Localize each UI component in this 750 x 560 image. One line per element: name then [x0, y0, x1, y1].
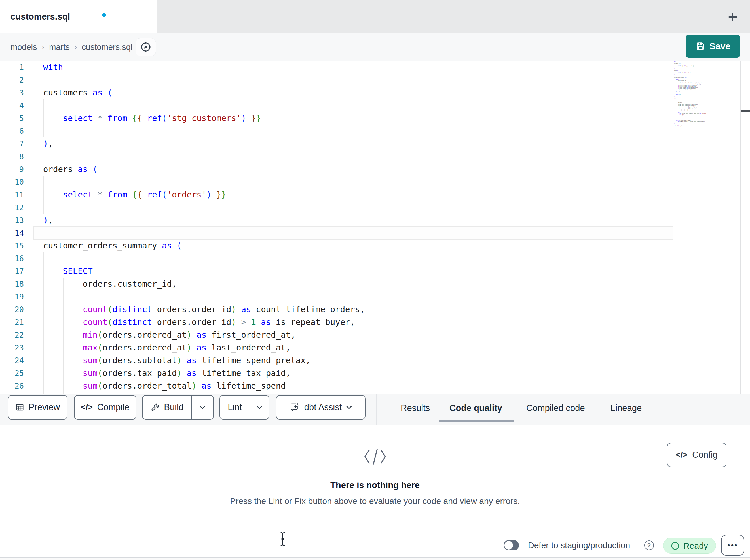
preview-button[interactable]: Preview: [8, 395, 67, 419]
lint-label: Lint: [228, 402, 242, 412]
code-line-20[interactable]: count(distinct orders.order_id) as count…: [43, 303, 404, 316]
explore-lineage-button[interactable]: [136, 38, 156, 56]
status-bar: Defer to staging/production ? Ready •••: [0, 532, 750, 557]
line-number-2: 2: [0, 74, 24, 86]
code-brackets-icon: </>: [676, 451, 688, 459]
tab-lineage[interactable]: Lineage: [611, 394, 642, 422]
code-line-18[interactable]: orders.customer_id,: [43, 277, 404, 290]
line-number-4: 4: [0, 99, 24, 112]
dbt-assist-button[interactable]: dbt Assist: [276, 395, 366, 419]
plus-icon: +: [728, 7, 737, 26]
help-icon[interactable]: ?: [644, 540, 654, 550]
code-line-4[interactable]: [43, 99, 404, 112]
code-line-1[interactable]: with: [43, 61, 404, 74]
code-content[interactable]: with customers as ( select * from {{ ref…: [43, 61, 404, 394]
compile-button[interactable]: </> Compile: [74, 395, 136, 419]
wrench-icon: [150, 403, 160, 412]
tab-title: customers.sql: [11, 12, 70, 22]
code-quality-panel: There is nothing here Press the Lint or …: [0, 425, 750, 532]
code-line-17[interactable]: SELECT: [43, 265, 404, 277]
save-button[interactable]: Save: [686, 35, 740, 58]
tab-compiled-code[interactable]: Compiled code: [526, 394, 585, 422]
breadcrumb-file[interactable]: customers.sql: [82, 42, 133, 52]
minimap[interactable]: with customers as ( select * from {{ ref…: [674, 61, 741, 133]
line-number-17: 17: [0, 265, 24, 277]
code-line-21[interactable]: count(distinct orders.order_id) > 1 as i…: [43, 316, 404, 329]
lint-button[interactable]: Lint: [220, 396, 250, 419]
tab-compiled-code-label: Compiled code: [526, 403, 585, 413]
editor-tab-bar: customers.sql +: [0, 0, 750, 34]
line-number-14: 14: [0, 227, 24, 240]
line-number-18: 18: [0, 277, 24, 290]
code-line-23[interactable]: max(orders.ordered_at) as last_ordered_a…: [43, 341, 404, 354]
config-button[interactable]: </> Config: [667, 443, 727, 467]
ready-label: Ready: [683, 541, 708, 551]
code-line-24[interactable]: sum(orders.subtotal) as lifetime_spend_p…: [43, 354, 404, 367]
active-tab-underline: [439, 420, 514, 422]
more-options-button[interactable]: •••: [721, 535, 744, 556]
toggle-knob: [505, 541, 513, 549]
code-line-25[interactable]: sum(orders.tax_paid) as lifetime_tax_pai…: [43, 367, 404, 379]
line-number-24: 24: [0, 354, 24, 367]
save-label: Save: [709, 41, 731, 51]
tab-customers-sql[interactable]: customers.sql: [0, 0, 157, 34]
unsaved-changes-dot-icon: [102, 13, 106, 17]
code-line-3[interactable]: customers as (: [43, 86, 404, 99]
code-line-7[interactable]: ),: [43, 138, 404, 150]
lint-options-button[interactable]: [250, 396, 269, 419]
save-floppy-icon: [695, 41, 706, 51]
compile-label: Compile: [97, 402, 130, 412]
code-line-26[interactable]: sum(orders.order_total) as lifetime_spen…: [43, 379, 404, 392]
defer-label: Defer to staging/production: [528, 540, 630, 551]
line-number-22: 22: [0, 329, 24, 341]
tab-results[interactable]: Results: [401, 394, 430, 422]
text-cursor-pointer: [279, 532, 287, 547]
code-line-16[interactable]: [43, 252, 404, 265]
assist-label: dbt Assist: [304, 402, 342, 412]
code-line-2[interactable]: [43, 74, 404, 86]
ready-status-badge[interactable]: Ready: [663, 538, 716, 554]
code-line-5[interactable]: select * from {{ ref('stg_customers') }}: [43, 112, 404, 125]
status-circle-icon: [671, 542, 679, 550]
code-line-12[interactable]: [43, 201, 404, 214]
question-mark-glyph: ?: [647, 542, 651, 549]
build-button[interactable]: Build: [143, 396, 191, 419]
line-number-26: 26: [0, 379, 24, 392]
breadcrumb-marts[interactable]: marts: [49, 42, 70, 52]
code-line-19[interactable]: [43, 290, 404, 303]
empty-state-title: There is nothing here: [0, 480, 750, 490]
line-number-1: 1: [0, 61, 24, 74]
line-number-7: 7: [0, 138, 24, 150]
new-tab-button[interactable]: +: [722, 5, 744, 28]
preview-label: Preview: [28, 402, 60, 412]
breadcrumb-models[interactable]: models: [11, 42, 37, 52]
defer-toggle[interactable]: [504, 540, 519, 551]
code-line-6[interactable]: [43, 125, 404, 138]
line-number-3: 3: [0, 86, 24, 99]
code-line-15[interactable]: customer_orders_summary as (: [43, 240, 404, 252]
line-number-gutter: 1234567891011121314151617181920212223242…: [0, 61, 24, 394]
line-number-11: 11: [0, 188, 24, 201]
code-line-11[interactable]: select * from {{ ref('orders') }}: [43, 188, 404, 201]
line-number-9: 9: [0, 163, 24, 175]
build-split-button: Build: [142, 395, 214, 419]
assist-chat-sparkle-icon: [289, 402, 300, 413]
code-editor[interactable]: 1234567891011121314151617181920212223242…: [0, 61, 750, 394]
tab-results-label: Results: [401, 403, 430, 413]
code-line-9[interactable]: orders as (: [43, 163, 404, 175]
compass-icon: [140, 41, 152, 53]
ellipsis-icon: •••: [727, 541, 738, 550]
lint-split-button: Lint: [219, 395, 269, 419]
code-line-13[interactable]: ),: [43, 214, 404, 227]
overview-ruler-cursor-marker[interactable]: [741, 110, 750, 112]
chevron-down-icon: [346, 406, 352, 409]
code-line-10[interactable]: [43, 175, 404, 188]
code-line-8[interactable]: [43, 150, 404, 163]
tab-code-quality-label: Code quality: [450, 403, 502, 413]
build-options-button[interactable]: [192, 396, 213, 419]
code-line-22[interactable]: min(orders.ordered_at) as first_ordered_…: [43, 329, 404, 341]
code-line-14[interactable]: [43, 227, 404, 240]
tab-code-quality[interactable]: Code quality: [450, 394, 502, 422]
line-number-13: 13: [0, 214, 24, 227]
line-number-6: 6: [0, 125, 24, 138]
